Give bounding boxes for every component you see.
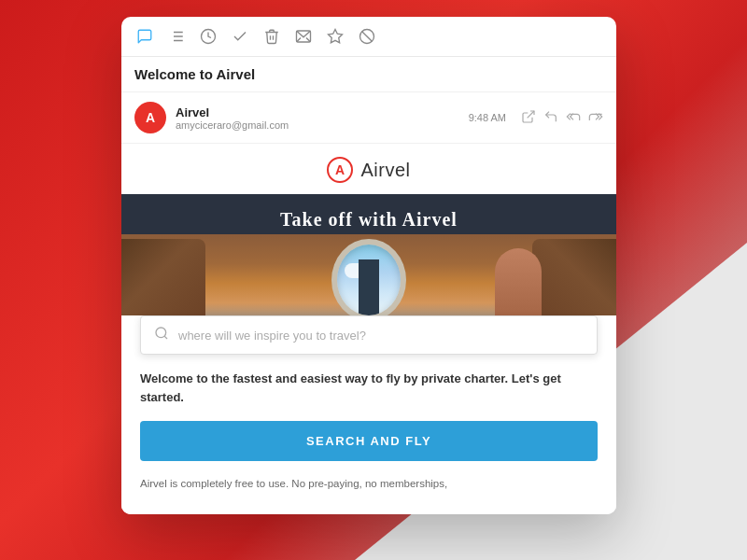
chat-icon[interactable] (134, 26, 155, 47)
star-icon[interactable] (325, 26, 345, 47)
email-card: Welcome to Airvel A Airvel amyciceraro@g… (121, 17, 616, 514)
toolbar (121, 17, 616, 57)
mail-icon[interactable] (293, 26, 314, 47)
clock-icon[interactable] (198, 26, 218, 47)
forward-icon[interactable] (588, 109, 603, 127)
hero-title: Take off with Airvel (280, 209, 458, 231)
check-icon[interactable] (230, 26, 250, 47)
search-box[interactable]: where will we inspire you to travel? (140, 315, 598, 355)
reply-icon[interactable] (543, 109, 558, 127)
footer-text: Airvel is completely free to use. No pre… (140, 476, 598, 499)
email-subject: Welcome to Airvel (121, 57, 616, 92)
sender-info: Airvel amyciceraro@gmail.com (176, 105, 469, 131)
trash-icon[interactable] (261, 26, 282, 47)
brand-header: A Airvel (121, 144, 616, 194)
svg-marker-10 (329, 30, 343, 43)
avatar: A (134, 102, 166, 133)
cabin-window (331, 239, 406, 321)
svg-line-13 (528, 111, 534, 118)
welcome-text: Welcome to the fastest and easiest way t… (140, 370, 598, 406)
sender-email: amyciceraro@gmail.com (176, 119, 469, 131)
reply-all-icon[interactable] (566, 109, 581, 127)
sender-actions: 9:48 AM (469, 109, 603, 127)
email-time: 9:48 AM (469, 112, 506, 123)
svg-point-16 (156, 328, 166, 338)
list-icon[interactable] (166, 26, 187, 47)
svg-line-17 (164, 336, 167, 339)
block-icon[interactable] (357, 26, 377, 47)
sender-row: A Airvel amyciceraro@gmail.com 9:48 AM (121, 92, 616, 144)
brand-name: Airvel (360, 160, 410, 181)
airvel-logo-icon: A (327, 157, 353, 183)
svg-line-12 (362, 32, 373, 42)
search-placeholder: where will we inspire you to travel? (178, 329, 584, 343)
hero-banner: Take off with Airvel (121, 194, 616, 332)
forward-external-icon[interactable] (521, 109, 536, 127)
sender-name: Airvel (176, 105, 469, 119)
search-overlay: where will we inspire you to travel? (121, 315, 616, 355)
email-body: A Airvel Take off with Airvel (121, 144, 616, 514)
content-area: Welcome to the fastest and easiest way t… (121, 355, 616, 514)
search-icon (154, 326, 169, 344)
svg-text:A: A (335, 162, 345, 177)
window-building (359, 259, 379, 315)
cta-button[interactable]: SEARCH AND FLY (140, 421, 598, 461)
